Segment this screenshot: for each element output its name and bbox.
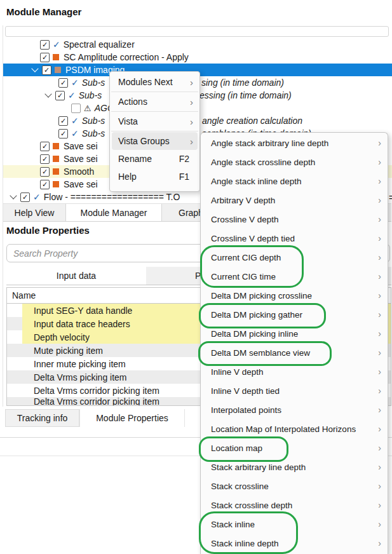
tree-row-label: SC Amplitude correction - Apply	[64, 52, 189, 62]
tab-label: Module Manager	[80, 208, 147, 218]
module-check-icon: ✓	[71, 116, 79, 125]
tree-row-label: Flow - ================== T.O	[44, 192, 180, 202]
row-selector-cell[interactable]	[7, 397, 22, 405]
submenu-item-label: Location Map of Interpolated Horizons	[211, 424, 378, 434]
submenu-item[interactable]: Location Map of Interpolated Horizons ›	[201, 419, 388, 438]
tree-row-label: Smooth	[64, 166, 94, 177]
submenu-item[interactable]: Angle stack crossline depth ›	[201, 152, 388, 172]
menu-shortcut: F2	[179, 154, 189, 164]
row-selector-cell[interactable]	[7, 317, 22, 330]
tree-row-sc-amplitude[interactable]: ✓ SC Amplitude correction - Apply	[3, 51, 392, 64]
tab-label: Module Properties	[96, 413, 168, 423]
tab-label: Input data	[57, 271, 96, 281]
submenu-item[interactable]: Crossline V depth ›	[201, 210, 388, 229]
tree-row-label: Save sei	[64, 141, 98, 151]
module-manager-window: Module Manager ✓ ✓ Spectral equalizer ✓ …	[0, 0, 392, 554]
row-selector-cell[interactable]	[7, 384, 22, 397]
tab-module-manager[interactable]: Module Manager	[65, 204, 162, 221]
menu-item-vista-groups-highlighted[interactable]: Vista Groups ›	[112, 132, 198, 150]
submenu-item-label: Crossline V depth	[211, 215, 378, 224]
tab-tracking-info[interactable]: Tracking info	[5, 409, 79, 427]
menu-item-actions[interactable]: Actions ›	[110, 93, 199, 111]
toolbar-strip[interactable]	[5, 26, 389, 37]
menu-item-modules-next[interactable]: Modules Next ›	[110, 73, 199, 91]
submenu-item-label: Inline V depth	[211, 367, 378, 377]
module-square-icon	[53, 143, 59, 149]
menu-item-vista[interactable]: Vista ›	[110, 112, 199, 130]
checkbox-checked-icon[interactable]: ✓	[40, 142, 50, 151]
tree-row-label: Save sei	[64, 179, 98, 189]
submenu-arrow-icon: ›	[378, 462, 381, 472]
checkbox-checked-icon[interactable]: ✓	[58, 78, 68, 88]
menu-item-label: Vista Groups	[118, 136, 190, 146]
annotation-circle-location-map	[199, 436, 288, 462]
tab-help-view[interactable]: Help View	[3, 204, 65, 221]
tab-label: Tracking info	[17, 413, 68, 423]
submenu-item-label: Crossline V depth tied	[211, 234, 378, 243]
tab-module-properties[interactable]: Module Properties	[79, 409, 185, 427]
menu-item-label: Help	[118, 172, 179, 182]
submenu-item[interactable]: Inline V depth tied ›	[201, 381, 388, 400]
submenu-arrow-icon: ›	[378, 252, 381, 262]
submenu-item[interactable]: Delta DM picking crossline ›	[201, 286, 388, 305]
page-title: Module Manager	[6, 6, 81, 17]
checkbox-checked-icon[interactable]: ✓	[40, 180, 50, 189]
menu-item-rename[interactable]: Rename F2	[110, 150, 199, 168]
chevron-down-icon[interactable]	[31, 65, 38, 72]
checkbox-checked-icon[interactable]: ✓	[42, 65, 51, 75]
menu-item-label: Vista	[118, 116, 190, 126]
submenu-item-label: Stack crossline	[211, 482, 378, 491]
menu-shortcut: F1	[179, 172, 189, 182]
module-check-icon: ✓	[71, 129, 79, 138]
tree-row-label: Save sei	[64, 154, 98, 164]
row-selector-cell[interactable]	[7, 344, 22, 357]
submenu-arrow-icon: ›	[378, 348, 381, 358]
submenu-item[interactable]: Angle stack arbitrary line depth ›	[201, 133, 388, 152]
tree-row-label-fragment: essing (in time domain)	[199, 90, 292, 100]
chevron-down-icon[interactable]	[44, 90, 51, 97]
submenu-item[interactable]: Angle stack inline depth ›	[201, 172, 388, 191]
menu-item-help[interactable]: Help F1	[110, 168, 199, 186]
checkbox-checked-icon[interactable]: ✓	[58, 116, 68, 126]
checkbox-checked-icon[interactable]: ✓	[55, 91, 65, 100]
checkbox-checked-icon[interactable]: ✓	[20, 193, 30, 202]
row-selector-cell[interactable]	[7, 357, 22, 370]
submenu-item-label: Inline V depth tied	[211, 386, 378, 396]
submenu-arrow-icon: ›	[378, 481, 381, 491]
submenu-arrow-icon: ›	[378, 214, 381, 224]
submenu-arrow-icon: ›	[378, 367, 381, 377]
module-properties-title: Module Properties	[6, 225, 90, 236]
checkbox-checked-icon[interactable]: ✓	[40, 154, 50, 164]
row-selector-cell[interactable]	[7, 304, 22, 317]
tree-row-spectral-equalizer[interactable]: ✓ ✓ Spectral equalizer	[3, 38, 392, 51]
submenu-item[interactable]: Interpolated points ›	[201, 400, 388, 419]
menu-item-label: Rename	[118, 154, 179, 164]
submenu-arrow-icon: ›	[378, 405, 381, 415]
row-selector-cell[interactable]	[7, 330, 22, 344]
submenu-item-label: Stack crossline depth	[211, 501, 378, 510]
checkbox-checked-icon[interactable]: ✓	[58, 129, 68, 138]
module-square-icon	[55, 67, 61, 73]
row-selector-cell[interactable]	[7, 370, 22, 384]
menu-separator	[111, 111, 198, 112]
submenu-arrow-icon: ›	[378, 309, 381, 320]
submenu-item[interactable]: Stack crossline ›	[201, 476, 388, 496]
submenu-arrow-icon: ›	[378, 443, 381, 453]
checkbox-checked-icon[interactable]: ✓	[40, 53, 50, 62]
menu-separator	[111, 131, 198, 132]
tree-row-label: Sub-s	[79, 90, 102, 100]
submenu-arrow-icon: ›	[378, 138, 381, 148]
checkbox-checked-icon[interactable]: ✓	[40, 167, 50, 177]
module-check-icon: ✓	[68, 91, 76, 100]
submenu-arrow-icon: ›	[378, 271, 381, 281]
checkbox-unchecked-icon[interactable]	[71, 104, 81, 113]
submenu-item[interactable]: Arbitrary V depth ›	[201, 191, 388, 210]
submenu-arrow-icon: ›	[378, 424, 381, 434]
annotation-circle-delta-dm-picking-gather	[199, 303, 326, 328]
menu-separator	[111, 91, 198, 92]
tab-input-data[interactable]: Input data	[6, 267, 146, 285]
checkbox-checked-icon[interactable]: ✓	[40, 40, 50, 50]
submenu-arrow-icon: ›	[190, 136, 193, 147]
chevron-down-icon[interactable]	[10, 192, 17, 199]
tree-row-label: Sub-s	[82, 116, 105, 126]
